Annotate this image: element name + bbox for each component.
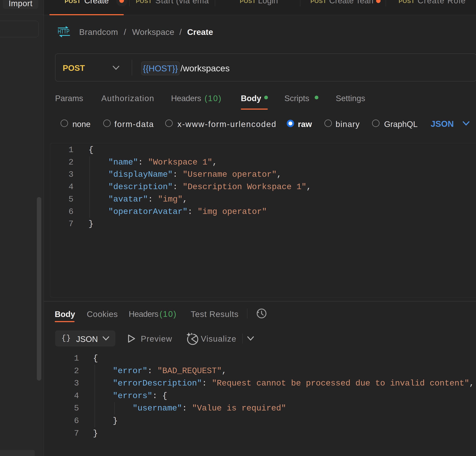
svg-text:HTTP: HTTP: [58, 28, 69, 35]
